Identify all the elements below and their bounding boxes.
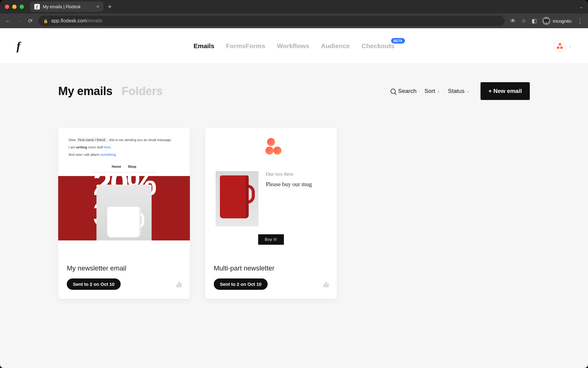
preview-text: I am xyxy=(69,145,76,149)
address-bar[interactable]: 🔒 app.flodesk.com/emails xyxy=(38,16,505,26)
browser-menu-icon[interactable]: ⋮ xyxy=(577,20,583,22)
preview-copy: One two three Please buy our mug xyxy=(266,171,326,188)
card-meta: Sent to 2 on Oct 10 xyxy=(214,278,328,290)
nav-workflows[interactable]: Workflows xyxy=(277,42,309,50)
app-header: f Emails FormsForms Workflows Audience C… xyxy=(0,28,588,64)
favicon-icon: f xyxy=(34,4,40,10)
nav-emails[interactable]: Emails xyxy=(194,42,214,50)
status-dropdown[interactable]: Status ⌄ xyxy=(448,88,469,94)
minimize-window-button[interactable] xyxy=(12,5,17,9)
preview-mug-image xyxy=(96,185,152,240)
panel-icon[interactable]: ◧ xyxy=(532,17,537,24)
list-actions: Search Sort ⌄ Status ⌄ + New email xyxy=(390,82,530,100)
nav-forms[interactable]: FormsForms xyxy=(226,42,265,50)
preview-hero-image: 20%30 xyxy=(58,176,190,240)
analytics-icon[interactable] xyxy=(324,281,328,287)
preview-logo-icon xyxy=(205,138,337,156)
url-text: app.flodesk.com/emails xyxy=(51,18,102,24)
avatar-icon xyxy=(554,40,566,52)
new-email-button[interactable]: + New email xyxy=(481,82,530,100)
sort-label: Sort xyxy=(424,88,435,94)
card-meta: Sent to 2 on Oct 10 xyxy=(67,278,181,290)
sort-dropdown[interactable]: Sort ⌄ xyxy=(424,88,440,94)
tab-folders[interactable]: Folders xyxy=(122,85,163,98)
preview-nav-item: Shop xyxy=(128,165,137,168)
preview-text: . xyxy=(116,153,117,156)
preview-text: . xyxy=(111,145,111,149)
close-tab-icon[interactable]: × xyxy=(96,4,99,10)
eye-off-icon[interactable]: 👁 xyxy=(510,18,516,24)
nav-checkouts-label: Checkouts xyxy=(362,42,394,49)
preview-headline: Please buy our mug xyxy=(266,181,326,188)
preview-link: something xyxy=(100,153,116,156)
preview-mug-image xyxy=(216,171,258,226)
tab-my-emails[interactable]: My emails xyxy=(58,85,112,98)
browser-tab[interactable]: f My emails | Flodesk × xyxy=(30,2,104,12)
email-preview: Dear First name / friend , this is me se… xyxy=(58,128,190,257)
account-menu[interactable]: ⌄ xyxy=(554,40,571,52)
email-title: Multi-part newsletter xyxy=(214,264,328,272)
tabs-dropdown-icon[interactable]: ⌄ xyxy=(579,4,583,9)
preview-text: And now I will attach xyxy=(69,153,100,156)
incognito-icon xyxy=(542,17,550,25)
beta-badge: BETA xyxy=(391,38,405,44)
traffic-lights xyxy=(5,5,24,9)
incognito-label: Incognito xyxy=(553,18,571,24)
preview-cta-button: Buy it! xyxy=(258,234,284,245)
preview-text: , this is me sending you an email messag… xyxy=(107,138,172,142)
preview-text: more stuff xyxy=(87,145,104,149)
tab-title: My emails | Flodesk xyxy=(43,4,81,9)
status-label: Status xyxy=(448,88,465,94)
incognito-badge[interactable]: Incognito xyxy=(542,17,571,25)
bookmark-star-icon[interactable]: ☆ xyxy=(521,17,526,24)
url-path: /emails xyxy=(87,18,103,23)
preview-script-text: One two three xyxy=(266,171,326,177)
nav-checkouts[interactable]: Checkouts BETA xyxy=(362,42,394,50)
preview-nav: Home Shop xyxy=(58,162,190,172)
window-titlebar: f My emails | Flodesk × + ⌄ xyxy=(0,0,588,13)
card-footer: My newsletter email Sent to 2 on Oct 10 xyxy=(58,257,190,299)
status-badge: Sent to 2 on Oct 10 xyxy=(214,278,268,290)
chevron-down-icon: ⌄ xyxy=(568,44,571,48)
merge-tag: First name / friend xyxy=(77,138,107,142)
back-button[interactable]: ← xyxy=(5,17,11,25)
status-badge: Sent to 2 on Oct 10 xyxy=(67,278,121,290)
analytics-icon[interactable] xyxy=(177,281,181,287)
sub-header: My emails Folders Search Sort ⌄ Status ⌄… xyxy=(58,82,530,100)
search-label: Search xyxy=(398,88,417,94)
card-footer: Multi-part newsletter Sent to 2 on Oct 1… xyxy=(205,257,337,299)
chevron-down-icon: ⌄ xyxy=(466,89,469,93)
email-card[interactable]: One two three Please buy our mug Buy it!… xyxy=(205,128,337,299)
search-icon xyxy=(390,89,396,94)
lock-icon: 🔒 xyxy=(43,19,48,23)
main-nav: Emails FormsForms Workflows Audience Che… xyxy=(194,42,394,50)
reload-button[interactable]: ⟳ xyxy=(28,17,33,24)
flodesk-logo[interactable]: f xyxy=(17,39,21,53)
search-button[interactable]: Search xyxy=(390,88,417,94)
browser-toolbar: ← → ⟳ 🔒 app.flodesk.com/emails 👁 ☆ ◧ Inc… xyxy=(0,13,588,28)
url-host: app.flodesk.com xyxy=(51,18,87,23)
preview-link: here xyxy=(104,145,111,149)
close-window-button[interactable] xyxy=(5,5,9,9)
nav-audience[interactable]: Audience xyxy=(321,42,350,50)
maximize-window-button[interactable] xyxy=(20,5,24,9)
content-area: My emails Folders Search Sort ⌄ Status ⌄… xyxy=(0,64,588,299)
preview-nav-item: Home xyxy=(112,165,121,168)
email-preview: One two three Please buy our mug Buy it! xyxy=(205,128,337,257)
sub-tabs: My emails Folders xyxy=(58,85,163,98)
email-title: My newsletter email xyxy=(67,264,181,272)
app-page: f Emails FormsForms Workflows Audience C… xyxy=(0,28,588,368)
emails-grid: Dear First name / friend , this is me se… xyxy=(58,128,530,299)
chevron-down-icon: ⌄ xyxy=(437,89,440,93)
new-tab-button[interactable]: + xyxy=(108,3,112,11)
preview-text: writing xyxy=(76,145,87,149)
preview-text: Dear xyxy=(69,138,77,142)
preview-body: One two three Please buy our mug xyxy=(205,156,337,231)
email-card[interactable]: Dear First name / friend , this is me se… xyxy=(58,128,190,299)
divider xyxy=(92,172,156,172)
forward-button[interactable]: → xyxy=(17,17,23,25)
preview-body-text: Dear First name / friend , this is me se… xyxy=(58,128,190,162)
